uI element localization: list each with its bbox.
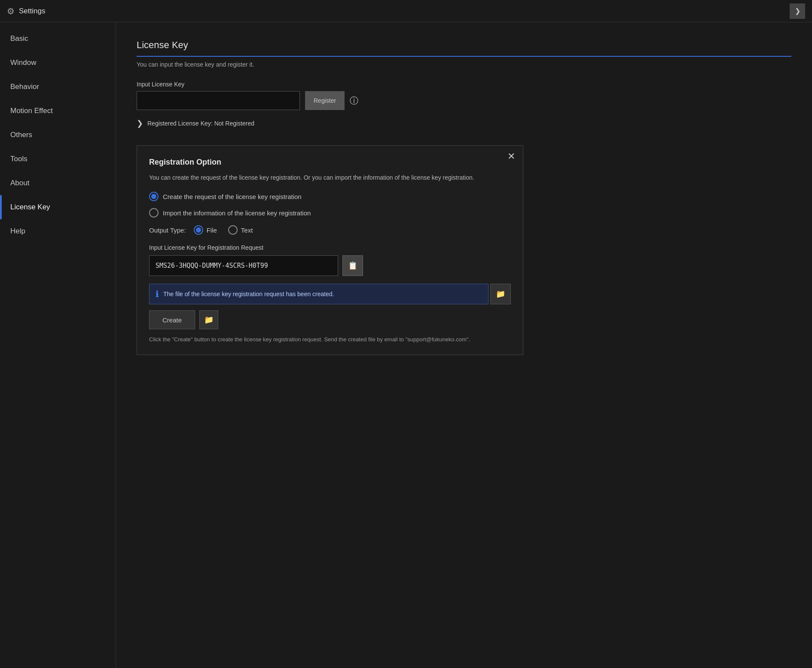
register-button[interactable]: Register	[305, 91, 345, 110]
reg-key-input-row: 📋	[149, 255, 511, 276]
sidebar-item-basic[interactable]: Basic	[0, 27, 116, 51]
output-type-label: Output Type:	[149, 227, 186, 234]
reg-key-input[interactable]	[149, 255, 338, 276]
app-title: Settings	[19, 7, 45, 15]
sidebar-item-about[interactable]: About	[0, 171, 116, 195]
input-license-key-label: Input License Key	[137, 81, 791, 88]
info-icon-button[interactable]: ⓘ	[350, 95, 358, 107]
output-type-file-radio[interactable]	[194, 225, 203, 235]
sidebar-item-license-key[interactable]: License Key	[0, 195, 116, 219]
registered-key-row: ❯ Registered License Key: Not Registered	[137, 119, 791, 128]
sidebar-item-window[interactable]: Window	[0, 51, 116, 75]
paste-button[interactable]: 📋	[342, 255, 363, 276]
toast-message-text: The file of the license key registration…	[163, 291, 334, 297]
title-bar: ⚙ Settings ❯	[0, 0, 812, 22]
sidebar-item-tools[interactable]: Tools	[0, 147, 116, 171]
main-layout: Basic Window Behavior Motion Effect Othe…	[0, 22, 812, 668]
title-bar-left: ⚙ Settings	[7, 6, 45, 16]
registered-key-text: Registered License Key: Not Registered	[147, 120, 254, 127]
section-title: License Key	[137, 40, 791, 57]
dialog-title: Registration Option	[149, 158, 511, 167]
radio-option-1-circle[interactable]	[149, 192, 159, 201]
section-subtitle: You can input the license key and regist…	[137, 61, 791, 68]
registration-option-dialog: ✕ Registration Option You can create the…	[137, 145, 523, 355]
dialog-description: You can create the request of the licens…	[149, 173, 511, 182]
sidebar-item-help[interactable]: Help	[0, 219, 116, 243]
radio-option-1-row[interactable]: Create the request of the license key re…	[149, 192, 511, 201]
create-row: Create 📁	[149, 310, 511, 329]
radio-option-2-label: Import the information of the license ke…	[163, 209, 311, 217]
sidebar-item-behavior[interactable]: Behavior	[0, 75, 116, 99]
browse-folder-button[interactable]: 📁	[490, 284, 511, 304]
toast-message: ℹ The file of the license key registrati…	[149, 284, 488, 304]
content-area: License Key You can input the license ke…	[116, 22, 812, 668]
file-path-row: 📁 ℹ The file of the license key registra…	[149, 284, 511, 304]
open-folder-button[interactable]: 📁	[199, 310, 218, 329]
sidebar: Basic Window Behavior Motion Effect Othe…	[0, 22, 116, 668]
output-type-text-label: Text	[241, 227, 253, 234]
bottom-note: Click the "Create" button to create the …	[149, 335, 511, 344]
radio-option-1-label: Create the request of the license key re…	[163, 193, 302, 200]
sidebar-item-motion-effect[interactable]: Motion Effect	[0, 99, 116, 123]
output-type-row: Output Type: File Text	[149, 225, 511, 235]
chevron-right-icon: ❯	[137, 119, 143, 128]
license-key-input[interactable]	[137, 91, 300, 110]
license-input-row: Register ⓘ	[137, 91, 791, 110]
output-type-file-label: File	[207, 227, 217, 234]
gear-icon: ⚙	[7, 6, 15, 16]
reg-key-label: Input License Key for Registration Reque…	[149, 244, 511, 251]
radio-option-2-row[interactable]: Import the information of the license ke…	[149, 208, 511, 218]
toast-info-icon: ℹ	[156, 289, 159, 299]
dialog-close-button[interactable]: ✕	[507, 152, 515, 161]
create-button[interactable]: Create	[149, 310, 195, 329]
radio-option-2-circle[interactable]	[149, 208, 159, 218]
sidebar-item-others[interactable]: Others	[0, 123, 116, 147]
output-type-text-radio[interactable]	[228, 225, 238, 235]
collapse-button[interactable]: ❯	[790, 3, 805, 19]
